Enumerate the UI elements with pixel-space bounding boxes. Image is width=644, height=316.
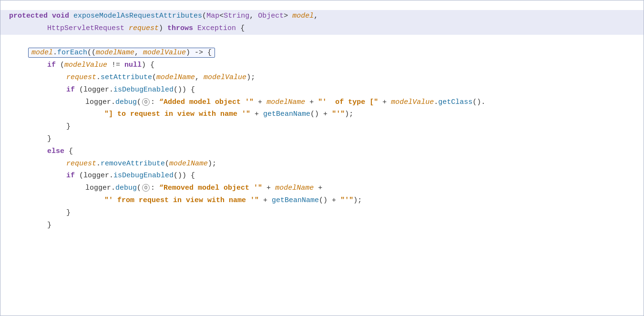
- code-line: }: [0, 219, 644, 232]
- code-line: HttpServletRequest request) throws Excep…: [0, 22, 644, 35]
- code-line: request.removeAttribute(modelName);: [0, 158, 644, 170]
- code-line: request.setAttribute(modelName, modelVal…: [0, 71, 644, 84]
- code-line: if (modelValue != null) {: [0, 59, 644, 71]
- code-line: else {: [0, 145, 644, 158]
- code-line: "' from request in view with name '" + g…: [0, 194, 644, 207]
- code-container: protected void exposeModelAsRequestAttri…: [0, 0, 644, 316]
- code-line: protected void exposeModelAsRequestAttri…: [0, 10, 644, 22]
- code-line: [0, 35, 644, 47]
- code-line: }: [0, 207, 644, 219]
- code-line: model.forEach((modelName, modelValue) ->…: [0, 47, 644, 59]
- code-line: if (logger.isDebugEnabled()) {: [0, 170, 644, 182]
- code-line: }: [0, 121, 644, 133]
- code-line: "] to request in view with name '" + get…: [0, 108, 644, 121]
- code-line: }: [0, 133, 644, 145]
- code-line: logger.debug(O: “Removed model object '"…: [0, 182, 644, 194]
- code-line: logger.debug(O: “Added model object '" +…: [0, 96, 644, 109]
- code-block: protected void exposeModelAsRequestAttri…: [0, 0, 644, 235]
- code-line: if (logger.isDebugEnabled()) {: [0, 84, 644, 96]
